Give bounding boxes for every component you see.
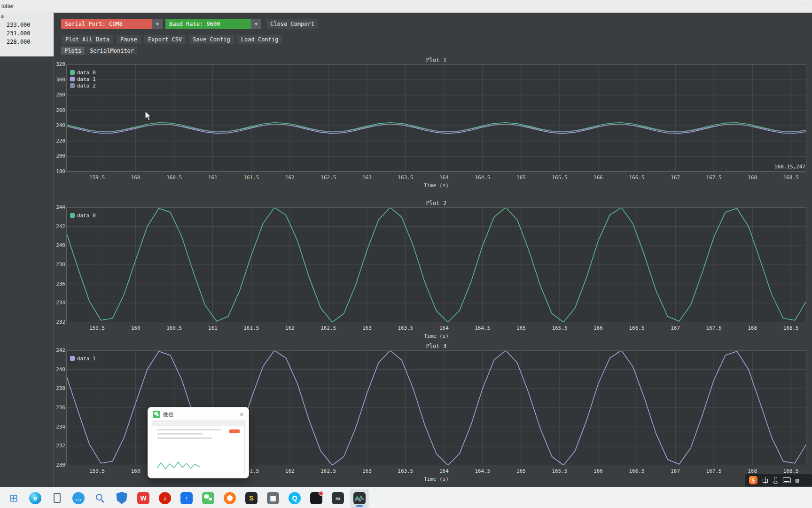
x-tick-label: 162 bbox=[278, 325, 302, 331]
baud-rate-dropdown-arrow-icon[interactable]: ▼ bbox=[251, 19, 261, 29]
x-tick-label: 165 bbox=[509, 175, 533, 181]
legend-item[interactable]: data 0 bbox=[70, 69, 96, 76]
x-tick-label: 162.5 bbox=[316, 468, 341, 474]
plot-area[interactable] bbox=[66, 64, 806, 172]
window-title: lotter bbox=[0, 3, 14, 9]
preview-thumbnail[interactable] bbox=[152, 421, 245, 474]
x-tick-label: 167 bbox=[663, 325, 687, 331]
serial-port-select[interactable]: Serial Port: COM8 bbox=[61, 19, 152, 29]
taskbar-infinity-app-icon[interactable]: ∞ bbox=[329, 489, 347, 508]
legend-item[interactable]: data 0 bbox=[70, 212, 96, 219]
plot-legend: data 0data 1data 2 bbox=[70, 69, 96, 89]
taskbar-ide-icon[interactable] bbox=[307, 489, 325, 508]
x-tick-label: 168 bbox=[740, 175, 765, 181]
taskbar-qq-icon[interactable]: Q bbox=[286, 489, 304, 508]
tab-plots[interactable]: Plots bbox=[61, 47, 85, 55]
legend-item[interactable]: data 2 bbox=[70, 82, 96, 89]
taskbar-music-icon[interactable]: ♪ bbox=[156, 489, 174, 508]
y-tick-label: 200 bbox=[54, 153, 65, 159]
preview-mini-chart bbox=[157, 460, 200, 472]
taskbar-edge-icon[interactable]: e bbox=[26, 489, 44, 508]
legend-swatch-icon bbox=[70, 70, 75, 75]
x-tick-label: 164.5 bbox=[470, 468, 495, 474]
x-axis-label: Time (s) bbox=[66, 333, 806, 339]
export-csv-button[interactable]: Export CSV bbox=[144, 35, 186, 44]
x-tick-label: 168 bbox=[740, 325, 765, 331]
x-tick-label: 163 bbox=[355, 468, 379, 474]
taskbar-browser-orange-icon[interactable] bbox=[221, 489, 239, 508]
keyboard-icon[interactable] bbox=[783, 477, 791, 483]
x-tick-label: 167.5 bbox=[702, 175, 726, 181]
plot-all-data-button[interactable]: Plot All Data bbox=[61, 35, 114, 44]
taskbar-icons: ⊞e…W♪↑S▦Q∞ bbox=[0, 489, 368, 508]
preview-close-icon[interactable]: ✕ bbox=[240, 412, 245, 418]
taskbar-search-icon[interactable] bbox=[91, 489, 109, 508]
x-tick-label: 164 bbox=[432, 175, 456, 181]
taskbar-teams-chat-icon[interactable]: … bbox=[70, 489, 87, 508]
x-tick-label: 167.5 bbox=[702, 468, 726, 474]
preview-mini-titlebar bbox=[152, 421, 244, 426]
load-config-button[interactable]: Load Config bbox=[237, 35, 282, 44]
close-comport-button[interactable]: Close Comport bbox=[266, 19, 319, 29]
x-tick-label: 165 bbox=[509, 468, 533, 474]
serial-port-dropdown-arrow-icon[interactable]: ▼ bbox=[152, 19, 163, 29]
taskbar-wechat-icon[interactable] bbox=[199, 489, 217, 508]
taskbar-start-icon[interactable]: ⊞ bbox=[5, 489, 23, 508]
y-tick-label: 240 bbox=[54, 122, 65, 128]
toolbox-icon[interactable]: ▤ bbox=[796, 477, 799, 484]
x-tick-label: 161.5 bbox=[239, 175, 264, 181]
x-axis-label: Time (s) bbox=[66, 183, 806, 189]
data-value: 231.000 bbox=[0, 29, 54, 38]
taskbar-calculator-icon[interactable]: ▦ bbox=[264, 489, 282, 508]
taskbar-serial-plotter-icon[interactable] bbox=[351, 489, 368, 508]
baud-rate-select[interactable]: Baud Rate: 9600 bbox=[165, 19, 251, 29]
save-config-button[interactable]: Save Config bbox=[188, 35, 234, 44]
x-tick-label: 162 bbox=[278, 468, 302, 474]
plot-title: Plot 2 bbox=[66, 200, 806, 207]
plot-area[interactable] bbox=[66, 207, 806, 322]
data-value: 228.000 bbox=[0, 38, 54, 46]
minimize-icon[interactable]: — bbox=[799, 1, 805, 8]
x-tick-label: 164 bbox=[432, 325, 456, 331]
x-tick-label: 163 bbox=[355, 325, 379, 331]
plot-panel-2: Plot 2 Time (s) 232234236238240242244159… bbox=[54, 200, 812, 341]
legend-swatch-icon bbox=[70, 83, 75, 88]
x-tick-label: 164.5 bbox=[470, 175, 495, 181]
y-tick-label: 180 bbox=[54, 168, 65, 175]
data-value: 233.000 bbox=[0, 21, 54, 29]
taskbar-preview-popup[interactable]: 微信 ✕ bbox=[148, 407, 249, 478]
taskbar-security-shield-icon[interactable] bbox=[113, 489, 131, 508]
x-tick-label: 167.5 bbox=[702, 325, 726, 331]
y-tick-label: 260 bbox=[54, 107, 65, 113]
chinese-mode-icon[interactable] bbox=[762, 477, 768, 484]
x-tick-label: 166 bbox=[586, 325, 610, 331]
taskbar-netdisk-icon[interactable]: ↑ bbox=[178, 489, 195, 508]
plot-legend: data 1 bbox=[70, 355, 96, 362]
window-titlebar: lotter — bbox=[0, 0, 812, 13]
cursor-coordinates-readout: 160.15,247 bbox=[774, 164, 805, 170]
legend-swatch-icon bbox=[70, 77, 75, 81]
taskbar: ⊞e…W♪↑S▦Q∞ bbox=[0, 487, 812, 508]
y-tick-label: 242 bbox=[54, 223, 65, 230]
y-tick-label: 242 bbox=[54, 347, 65, 353]
y-tick-label: 232 bbox=[54, 319, 65, 325]
y-tick-label: 238 bbox=[54, 385, 65, 391]
x-tick-label: 159.5 bbox=[85, 325, 109, 331]
x-tick-label: 165.5 bbox=[547, 468, 572, 474]
sogou-logo-icon[interactable]: S bbox=[749, 476, 757, 484]
y-tick-label: 234 bbox=[54, 424, 65, 430]
data-sidebar: a 233.000 231.000 228.000 bbox=[0, 12, 54, 487]
legend-item[interactable]: data 1 bbox=[70, 355, 96, 362]
tab-serial-monitor[interactable]: SerialMonitor bbox=[86, 47, 137, 55]
plot-title: Plot 3 bbox=[66, 343, 806, 350]
taskbar-wps-icon[interactable]: W bbox=[134, 489, 152, 508]
view-tabs: Plots SerialMonitor bbox=[61, 47, 137, 55]
microphone-icon[interactable] bbox=[773, 477, 778, 484]
taskbar-phone-link-icon[interactable] bbox=[48, 489, 66, 508]
x-tick-label: 166 bbox=[586, 468, 610, 474]
y-tick-label: 240 bbox=[54, 242, 65, 248]
legend-item[interactable]: data 1 bbox=[70, 76, 96, 82]
pause-button[interactable]: Pause bbox=[116, 35, 141, 44]
y-tick-label: 240 bbox=[54, 366, 65, 373]
taskbar-flash-icon[interactable]: S bbox=[242, 489, 260, 508]
